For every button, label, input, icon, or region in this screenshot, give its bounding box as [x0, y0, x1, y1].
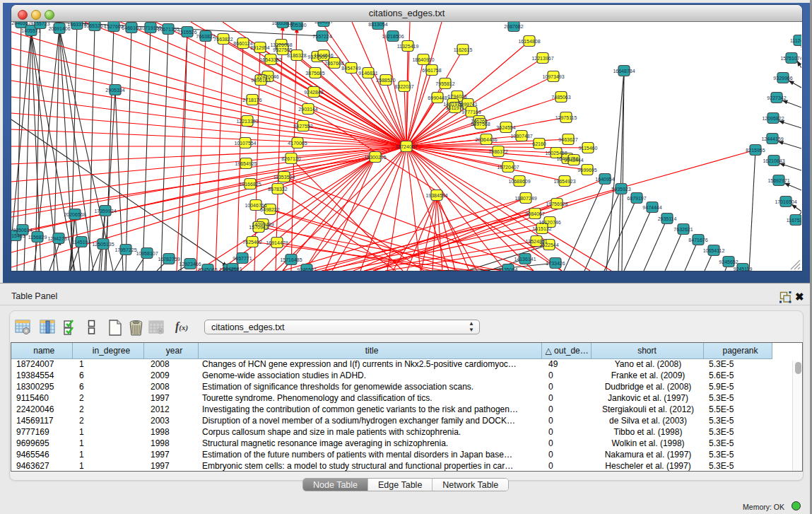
- svg-text:2522544: 2522544: [539, 243, 558, 247]
- svg-text:13226058: 13226058: [270, 42, 292, 47]
- svg-text:9463627: 9463627: [558, 137, 577, 142]
- svg-text:9896163: 9896163: [251, 78, 270, 83]
- svg-text:7557224: 7557224: [312, 34, 331, 39]
- svg-text:9115460: 9115460: [579, 146, 598, 151]
- svg-text:12923466: 12923466: [179, 262, 201, 267]
- svg-text:19384554: 19384554: [425, 193, 447, 198]
- svg-text:12213967: 12213967: [531, 56, 553, 61]
- svg-text:9699695: 9699695: [577, 168, 596, 173]
- svg-text:7515526: 7515526: [177, 30, 196, 35]
- svg-text:2903144: 2903144: [298, 107, 317, 112]
- svg-text:16120746: 16120746: [539, 220, 560, 225]
- svg-text:5935923: 5935923: [611, 187, 630, 192]
- svg-text:16782759: 16782759: [158, 257, 180, 262]
- svg-text:17359924: 17359924: [94, 209, 116, 214]
- svg-text:1135064: 1135064: [499, 267, 518, 271]
- svg-text:8813054: 8813054: [368, 22, 387, 27]
- svg-text:18807249: 18807249: [514, 196, 536, 201]
- svg-text:1145194: 1145194: [72, 240, 91, 245]
- svg-text:16543382: 16543382: [259, 57, 281, 62]
- svg-text:1156829: 1156829: [28, 235, 47, 240]
- svg-text:6879197: 6879197: [627, 196, 646, 201]
- svg-text:16648784: 16648784: [613, 69, 635, 74]
- svg-text:17957225: 17957225: [114, 247, 136, 252]
- svg-text:1733426: 1733426: [546, 261, 565, 266]
- svg-text:6794028: 6794028: [447, 94, 466, 99]
- svg-text:1162615: 1162615: [454, 47, 473, 52]
- svg-text:15751074: 15751074: [780, 56, 801, 61]
- svg-text:7663822: 7663822: [213, 37, 233, 42]
- svg-text:7632621: 7632621: [673, 227, 693, 232]
- svg-text:1167533: 1167533: [787, 218, 801, 223]
- svg-text:8471676: 8471676: [688, 238, 707, 243]
- svg-text:7986372: 7986372: [488, 149, 507, 154]
- svg-text:6497568: 6497568: [471, 122, 490, 127]
- svg-text:4170065: 4170065: [288, 141, 307, 146]
- svg-text:10688609: 10688609: [508, 179, 530, 184]
- svg-text:19654925: 19654925: [235, 161, 257, 166]
- svg-text:5498222: 5498222: [260, 207, 279, 212]
- svg-text:6990448: 6990448: [428, 95, 447, 100]
- svg-text:12213383: 12213383: [236, 119, 258, 124]
- svg-text:9155723: 9155723: [30, 22, 49, 26]
- svg-text:1615132: 1615132: [532, 226, 551, 231]
- svg-text:12444159: 12444159: [761, 136, 783, 141]
- svg-text:10653267: 10653267: [83, 23, 105, 28]
- svg-text:3875685: 3875685: [305, 71, 324, 76]
- svg-text:19654923: 19654923: [553, 179, 575, 184]
- svg-text:2867608: 2867608: [324, 61, 343, 66]
- svg-text:16210643: 16210643: [763, 158, 784, 163]
- svg-text:10025458: 10025458: [545, 151, 567, 156]
- svg-text:10807487: 10807487: [510, 134, 532, 139]
- svg-text:2046557: 2046557: [11, 22, 30, 25]
- svg-text:8215955: 8215955: [746, 148, 765, 153]
- svg-text:8042501: 8042501: [223, 267, 242, 271]
- svg-text:18300295: 18300295: [364, 155, 386, 160]
- svg-text:20364436: 20364436: [475, 137, 497, 142]
- svg-text:62160: 62160: [532, 141, 546, 146]
- svg-text:1570943: 1570943: [249, 225, 268, 230]
- svg-text:16914479: 16914479: [266, 240, 288, 245]
- svg-text:20206568: 20206568: [64, 212, 86, 217]
- svg-text:19218506: 19218506: [382, 34, 404, 39]
- svg-text:9245652: 9245652: [719, 259, 738, 264]
- svg-text:18724007: 18724007: [395, 144, 417, 149]
- svg-text:1184517: 1184517: [314, 22, 334, 24]
- svg-text:7955812: 7955812: [435, 81, 454, 86]
- svg-text:9246507: 9246507: [297, 267, 316, 271]
- svg-text:10671355: 10671355: [157, 27, 179, 32]
- svg-text:1112408: 1112408: [790, 38, 801, 43]
- svg-text:14136141: 14136141: [514, 257, 536, 262]
- svg-text:15716485: 15716485: [280, 257, 302, 262]
- svg-text:9657771: 9657771: [233, 256, 252, 261]
- svg-text:17016504: 17016504: [775, 199, 796, 204]
- svg-text:9329966: 9329966: [773, 76, 792, 81]
- svg-text:2087682: 2087682: [504, 24, 523, 29]
- svg-text:6466160: 6466160: [122, 25, 141, 30]
- svg-text:12942737: 12942737: [47, 236, 69, 241]
- svg-text:19756928: 19756928: [546, 201, 567, 206]
- svg-text:11325419: 11325419: [397, 44, 419, 49]
- svg-text:12505135: 12505135: [92, 242, 114, 247]
- svg-text:3915463: 3915463: [11, 233, 25, 238]
- svg-text:9777169: 9777169: [461, 110, 481, 115]
- svg-text:8678332: 8678332: [268, 187, 287, 192]
- svg-text:2935114: 2935114: [658, 216, 677, 221]
- svg-text:9242848: 9242848: [304, 90, 323, 95]
- svg-text:1405571: 1405571: [21, 28, 40, 33]
- svg-text:9048444: 9048444: [564, 158, 583, 163]
- svg-text:1605380: 1605380: [287, 23, 306, 28]
- svg-text:6961758: 6961758: [422, 68, 441, 73]
- svg-text:10107554: 10107554: [234, 141, 256, 146]
- svg-text:8454749: 8454749: [341, 66, 360, 71]
- svg-text:8186328: 8186328: [287, 53, 306, 58]
- svg-text:9327505: 9327505: [273, 47, 292, 52]
- svg-text:8322037: 8322037: [394, 84, 413, 89]
- svg-text:20691406: 20691406: [48, 26, 70, 31]
- svg-text:2718176: 2718176: [242, 98, 261, 103]
- svg-text:7625402: 7625402: [242, 240, 261, 245]
- svg-text:16154808: 16154808: [518, 39, 540, 44]
- svg-text:9350614: 9350614: [13, 228, 32, 233]
- svg-text:9245065: 9245065: [198, 267, 217, 271]
- svg-text:12095822: 12095822: [762, 116, 784, 121]
